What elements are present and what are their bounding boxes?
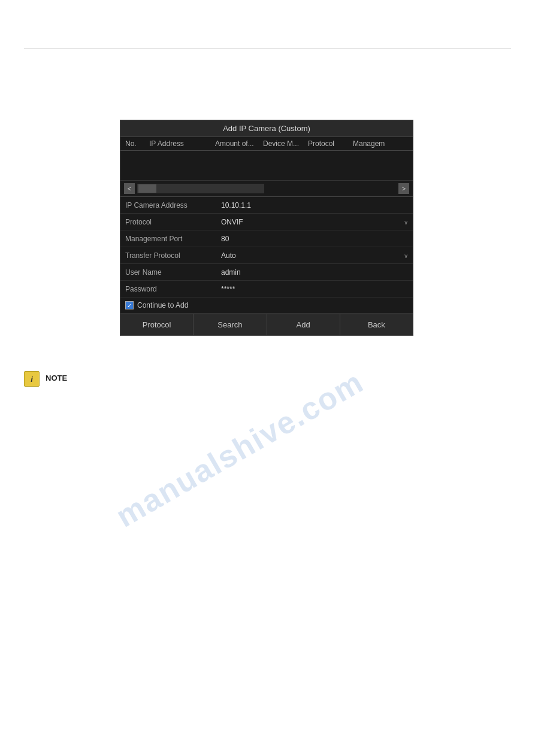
col-header-device: Device M... bbox=[263, 139, 308, 148]
scroll-dark-area bbox=[269, 184, 396, 193]
protocol-button[interactable]: Protocol bbox=[120, 314, 194, 335]
password-value[interactable]: ***** bbox=[216, 283, 413, 296]
continue-to-add-row: Continue to Add bbox=[120, 297, 413, 314]
scroll-track bbox=[137, 184, 264, 193]
ip-camera-address-label: IP Camera Address bbox=[120, 199, 216, 212]
scrollbar-row: < > bbox=[120, 181, 413, 197]
scroll-left-btn[interactable]: < bbox=[124, 183, 135, 194]
management-port-value[interactable]: 80 bbox=[216, 232, 413, 245]
note-icon-box: i bbox=[24, 371, 40, 387]
management-port-row: Management Port 80 bbox=[120, 230, 413, 247]
top-divider bbox=[24, 48, 511, 48]
transfer-protocol-value[interactable]: Auto bbox=[216, 249, 413, 262]
note-label: NOTE bbox=[46, 371, 67, 382]
transfer-protocol-row: Transfer Protocol Auto bbox=[120, 247, 413, 264]
table-empty-rows bbox=[120, 151, 413, 181]
scroll-right-btn[interactable]: > bbox=[398, 183, 409, 194]
col-header-ip: IP Address bbox=[149, 139, 215, 148]
continue-to-add-checkbox[interactable] bbox=[125, 301, 134, 309]
col-header-amount: Amount of... bbox=[215, 139, 263, 148]
add-button[interactable]: Add bbox=[267, 314, 340, 335]
table-header: No. IP Address Amount of... Device M... … bbox=[120, 137, 413, 151]
dialog-title-text: Add IP Camera (Custom) bbox=[223, 124, 310, 133]
search-button[interactable]: Search bbox=[194, 314, 267, 335]
protocol-value[interactable]: ONVIF bbox=[216, 215, 413, 229]
col-header-manage: Managem bbox=[353, 139, 401, 148]
user-name-label: User Name bbox=[120, 266, 216, 279]
transfer-protocol-label: Transfer Protocol bbox=[120, 249, 216, 262]
note-icon: i bbox=[24, 371, 41, 388]
note-icon-letter: i bbox=[31, 375, 33, 384]
management-port-label: Management Port bbox=[120, 232, 216, 245]
back-button[interactable]: Back bbox=[340, 314, 413, 335]
protocol-label: Protocol bbox=[120, 215, 216, 229]
continue-to-add-label: Continue to Add bbox=[137, 301, 188, 309]
dialog-title: Add IP Camera (Custom) bbox=[120, 120, 413, 137]
note-section: i NOTE bbox=[24, 371, 67, 388]
protocol-row: Protocol ONVIF bbox=[120, 214, 413, 230]
watermark: manualshive.com bbox=[60, 329, 419, 569]
ip-camera-address-row: IP Camera Address 10.10.1.1 bbox=[120, 197, 413, 214]
scroll-thumb bbox=[138, 184, 156, 193]
col-header-no: No. bbox=[125, 139, 149, 148]
add-ip-camera-dialog: Add IP Camera (Custom) No. IP Address Am… bbox=[120, 120, 413, 336]
page: Add IP Camera (Custom) No. IP Address Am… bbox=[0, 0, 535, 756]
user-name-value[interactable]: admin bbox=[216, 266, 413, 279]
password-row: Password ***** bbox=[120, 281, 413, 297]
ip-camera-address-value[interactable]: 10.10.1.1 bbox=[216, 199, 413, 212]
dialog-button-row: Protocol Search Add Back bbox=[120, 314, 413, 335]
password-label: Password bbox=[120, 283, 216, 296]
col-header-protocol: Protocol bbox=[308, 139, 353, 148]
user-name-row: User Name admin bbox=[120, 264, 413, 281]
watermark-text: manualshive.com bbox=[110, 363, 370, 534]
